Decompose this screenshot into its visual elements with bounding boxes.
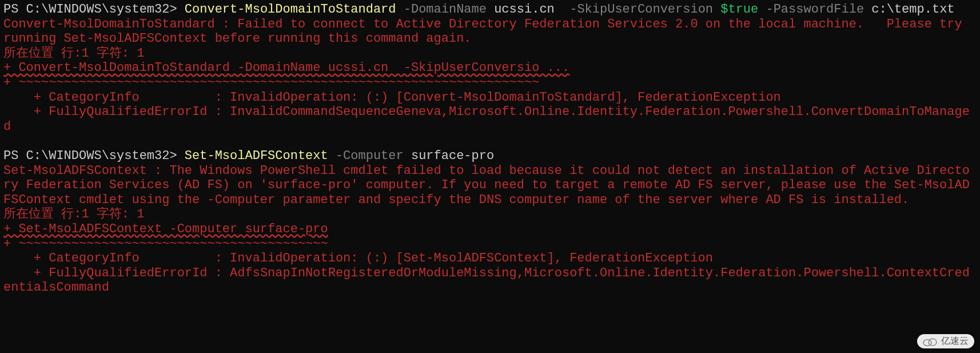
arg-computer: surface-pro bbox=[404, 149, 494, 163]
error-categoryinfo: + CategoryInfo : InvalidOperation: (:) [… bbox=[3, 251, 713, 265]
cmdlet-name: Set-MsolADFSContext bbox=[185, 149, 328, 163]
prompt: PS C:\WINDOWS\system32> bbox=[3, 149, 185, 163]
error-fullyqualifiederrorid: + FullyQualifiedErrorId : AdfsSnapInNotR… bbox=[3, 266, 970, 295]
cmdlet-name: Convert-MsolDomainToStandard bbox=[185, 2, 396, 17]
powershell-terminal[interactable]: PS C:\WINDOWS\system32> Convert-MsolDoma… bbox=[0, 0, 980, 353]
arg-true: $true bbox=[713, 2, 758, 17]
error-underline: + ~~~~~~~~~~~~~~~~~~~~~~~~~~~~~~~~~~~~~~… bbox=[3, 76, 539, 90]
error-fullyqualifiederrorid: + FullyQualifiedErrorId : InvalidCommand… bbox=[3, 105, 970, 134]
param-domainname: -DomainName bbox=[396, 2, 487, 17]
error-categoryinfo: + CategoryInfo : InvalidOperation: (:) [… bbox=[3, 90, 781, 105]
error-location: 所在位置 行:1 字符: 1 bbox=[3, 207, 144, 221]
param-computer: -Computer bbox=[328, 149, 404, 163]
arg-domainname: ucssi.cn bbox=[487, 2, 562, 17]
cloud-icon bbox=[922, 336, 938, 347]
error-command-echo: + Convert-MsolDomainToStandard -DomainNa… bbox=[3, 61, 569, 75]
error-underline: + ~~~~~~~~~~~~~~~~~~~~~~~~~~~~~~~~~~~~~~… bbox=[3, 237, 328, 251]
param-passwordfile: -PasswordFile bbox=[758, 2, 864, 17]
error-message: Set-MsolADFSContext : The Windows PowerS… bbox=[3, 164, 970, 207]
watermark-text: 亿速云 bbox=[941, 335, 969, 347]
svg-point-1 bbox=[929, 339, 937, 346]
prompt: PS C:\WINDOWS\system32> bbox=[3, 2, 185, 17]
error-location: 所在位置 行:1 字符: 1 bbox=[3, 46, 144, 61]
param-skipuserconversion: -SkipUserConversion bbox=[562, 2, 713, 17]
error-message: Convert-MsolDomainToStandard : Failed to… bbox=[3, 17, 970, 46]
error-command-echo: + Set-MsolADFSContext -Computer surface-… bbox=[3, 222, 328, 236]
watermark-badge: 亿速云 bbox=[917, 334, 974, 348]
arg-passwordfile: c:\temp.txt bbox=[864, 2, 954, 17]
